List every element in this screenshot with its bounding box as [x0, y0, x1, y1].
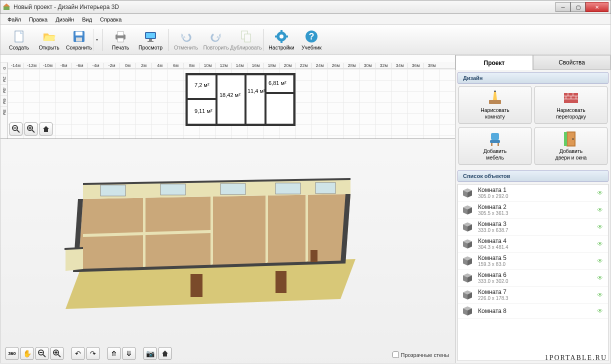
pan-button[interactable]: ✋: [20, 347, 34, 360]
visibility-icon[interactable]: 👁: [597, 190, 603, 196]
list-item[interactable]: Комната 7226.0 x 178.3👁: [458, 286, 608, 304]
undo-button[interactable]: Отменить: [172, 26, 200, 54]
cube-icon: [461, 306, 474, 316]
transparent-walls-checkbox[interactable]: Прозрачные стены: [392, 352, 449, 358]
toolbar: Создать Открыть Сохранить ▾ Печать Просм…: [0, 25, 611, 55]
duplicate-button[interactable]: Дублировать: [232, 26, 260, 54]
list-item[interactable]: Комната 5159.3 x 83.0👁: [458, 252, 608, 270]
camera-button[interactable]: 📷: [144, 347, 156, 360]
menu-file[interactable]: Файл: [4, 15, 25, 24]
svg-rect-0: [4, 6, 10, 10]
save-button[interactable]: Сохранить: [64, 26, 94, 54]
tilt-down-button[interactable]: ⤋: [122, 347, 136, 360]
door-icon: [563, 131, 579, 147]
visibility-icon[interactable]: 👁: [597, 258, 603, 264]
maximize-button[interactable]: ▢: [570, 2, 586, 12]
separator: [102, 29, 103, 51]
svg-rect-11: [146, 33, 155, 38]
workspace: -14м-12м-10м-8м-6м-4м-2м0м2м4м6м8м10м12м…: [0, 55, 611, 364]
svg-rect-88: [567, 132, 575, 146]
svg-rect-87: [498, 143, 499, 146]
tab-project[interactable]: Проект: [456, 55, 533, 70]
minimize-button[interactable]: ─: [556, 2, 570, 12]
home-3d[interactable]: [158, 347, 172, 360]
gear-icon: [274, 30, 288, 44]
objects-section-header: Список объектов: [458, 170, 608, 182]
visibility-icon[interactable]: 👁: [597, 224, 603, 230]
save-dropdown[interactable]: ▾: [94, 29, 100, 51]
rotate-360-button[interactable]: 360: [6, 347, 18, 360]
menu-help[interactable]: Справка: [96, 15, 126, 24]
zoom-controls-2d: [10, 122, 52, 136]
settings-button[interactable]: Настройки: [267, 26, 296, 54]
add-furniture-button[interactable]: Добавить мебель: [458, 127, 532, 165]
svg-line-66: [43, 354, 46, 357]
menu-design[interactable]: Дизайн: [52, 15, 78, 24]
chair-icon: [487, 131, 503, 147]
svg-marker-50: [306, 194, 308, 262]
draw-partition-button[interactable]: Нарисовать перегородку: [534, 86, 608, 124]
create-button[interactable]: Создать: [4, 26, 34, 54]
zoom-out-2d[interactable]: [10, 122, 22, 136]
svg-rect-6: [76, 38, 82, 42]
floppy-icon: [72, 30, 86, 44]
transparent-walls-input[interactable]: [392, 352, 399, 358]
zoom-in-3d[interactable]: [50, 347, 64, 360]
print-button[interactable]: Печать: [106, 26, 135, 54]
design-section-header: Дизайн: [458, 72, 608, 84]
svg-rect-60: [190, 274, 202, 297]
svg-marker-49: [266, 195, 268, 264]
home-icon: [42, 125, 50, 133]
redo-button[interactable]: Повторить: [202, 26, 230, 54]
separator: [264, 29, 264, 51]
help-icon: ?: [304, 30, 318, 44]
svg-rect-18: [280, 30, 282, 32]
view-3d[interactable]: 360 ✋ ↶ ↷ ⤊ ⤋ 📷 Прозрачные стены: [0, 139, 455, 363]
tutorial-button[interactable]: ? Учебник: [297, 26, 326, 54]
visibility-icon[interactable]: 👁: [597, 206, 603, 214]
separator: [168, 29, 168, 51]
list-item[interactable]: Комната 2305.5 x 361.3👁: [458, 202, 608, 218]
pencil-icon: [487, 90, 503, 106]
home-2d[interactable]: [40, 122, 52, 136]
close-button[interactable]: ✕: [586, 2, 608, 12]
ruler-vertical: 02м4м6м8м: [0, 62, 8, 138]
menu-view[interactable]: Вид: [78, 15, 96, 24]
menu-edit[interactable]: Правка: [25, 15, 52, 24]
menubar: Файл Правка Дизайн Вид Справка: [0, 14, 611, 25]
undo-icon: [179, 30, 193, 44]
home-icon: [161, 350, 169, 358]
zoom-out-icon: [12, 125, 20, 133]
list-item[interactable]: Комната 8👁: [458, 304, 608, 319]
view-2d[interactable]: -14м-12м-10м-8м-6м-4м-2м0м2м4м6м8м10м12м…: [0, 55, 455, 139]
svg-rect-15: [244, 34, 250, 42]
svg-marker-42: [43, 126, 49, 132]
new-file-icon: [12, 30, 26, 44]
rotate-left-button[interactable]: ↶: [72, 347, 84, 360]
svg-line-39: [32, 130, 34, 132]
list-item[interactable]: Комната 3333.0 x 638.7👁: [458, 218, 608, 236]
add-doors-button[interactable]: Добавить двери и окна: [534, 127, 608, 165]
rotate-right-button[interactable]: ↷: [86, 347, 100, 360]
svg-rect-19: [280, 40, 282, 43]
list-item[interactable]: Комната 6333.0 x 302.0👁: [458, 270, 608, 286]
object-list[interactable]: Комната 1305.0 x 292.0👁Комната 2305.5 x …: [458, 184, 608, 361]
svg-rect-56: [160, 184, 186, 195]
open-button[interactable]: Открыть: [34, 26, 64, 54]
floorplan-2d[interactable]: 7,2 м² 18,42 м² 11,4 м² 6,81 м² 9,11 м²: [186, 73, 296, 126]
draw-room-button[interactable]: Нарисовать комнату: [458, 86, 532, 124]
visibility-icon[interactable]: 👁: [597, 240, 603, 248]
tab-properties[interactable]: Свойства: [533, 55, 610, 70]
tilt-up-button[interactable]: ⤊: [108, 347, 120, 360]
svg-text:18,42 м²: 18,42 м²: [220, 92, 240, 98]
zoom-out-3d[interactable]: [36, 347, 48, 360]
svg-rect-55: [100, 185, 126, 196]
visibility-icon[interactable]: 👁: [597, 292, 603, 298]
svg-text:7,2 м²: 7,2 м²: [194, 82, 210, 88]
zoom-in-2d[interactable]: [24, 122, 38, 136]
list-item[interactable]: Комната 4304.3 x 481.4👁: [458, 236, 608, 252]
visibility-icon[interactable]: 👁: [597, 274, 603, 282]
visibility-icon[interactable]: 👁: [597, 308, 603, 314]
list-item[interactable]: Комната 1305.0 x 292.0👁: [458, 184, 608, 202]
preview-button[interactable]: Просмотр: [136, 26, 165, 54]
